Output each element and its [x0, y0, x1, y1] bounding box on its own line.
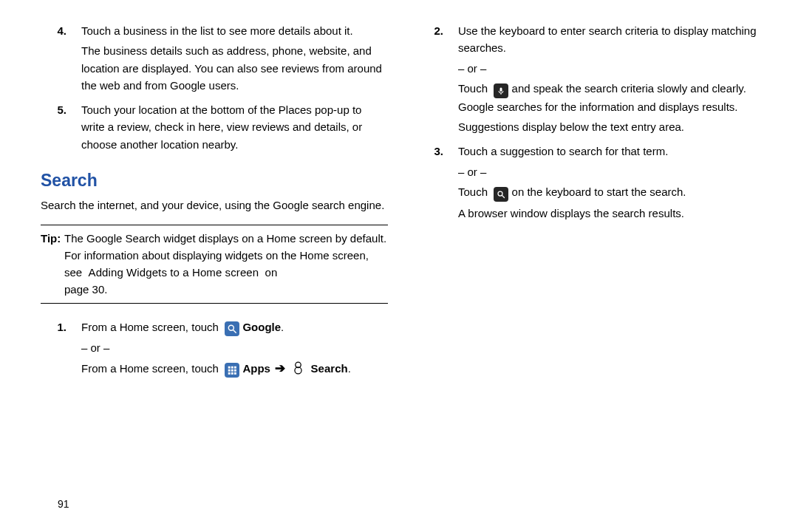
- svg-line-16: [502, 195, 505, 197]
- paragraph: Suggestions display below the text entry…: [458, 118, 765, 135]
- paragraph: Touch on the keyboard to start the searc…: [458, 183, 765, 202]
- item-body: Touch a business in the list to see more…: [81, 22, 388, 97]
- list-item-1: 1. From a Home screen, touch Google. – o…: [41, 318, 388, 382]
- label-google: Google: [242, 321, 281, 333]
- page-number: 91: [58, 498, 69, 510]
- tip-label: Tip:: [41, 230, 64, 299]
- or-divider: – or –: [458, 163, 765, 180]
- svg-rect-3: [231, 366, 233, 369]
- left-column: 4. Touch a business in the list to see m…: [41, 22, 388, 386]
- apps-grid-icon: [225, 363, 239, 378]
- search-key-icon: [494, 187, 508, 202]
- google-search-icon: [225, 321, 239, 336]
- item-index: 5.: [41, 101, 81, 156]
- paragraph: Use the keyboard to enter search criteri…: [458, 22, 765, 57]
- text-fragment: From a Home screen, touch: [81, 362, 219, 375]
- tip-on: on: [265, 266, 278, 279]
- item-body: From a Home screen, touch Google. – or –…: [81, 318, 388, 382]
- manual-page: 4. Touch a business in the list to see m…: [0, 0, 798, 532]
- item-body: Touch a suggestion to search for that te…: [458, 143, 765, 225]
- svg-rect-13: [500, 87, 502, 92]
- section-heading-search: Search: [41, 168, 388, 194]
- or-divider: – or –: [81, 339, 388, 356]
- text-fragment: on the keyboard to start the search.: [512, 185, 686, 198]
- svg-line-1: [233, 330, 236, 332]
- text-fragment: Touch: [458, 82, 488, 95]
- item-index: 2.: [417, 22, 458, 138]
- svg-rect-7: [234, 369, 236, 372]
- text-fragment: From a Home screen, touch: [81, 321, 219, 333]
- or-divider: – or –: [458, 60, 765, 77]
- item-body: Touch your location at the bottom of the…: [81, 101, 388, 156]
- svg-rect-10: [234, 372, 236, 375]
- list-item-2: 2. Use the keyboard to enter search crit…: [417, 22, 765, 138]
- paragraph: Touch a business in the list to see more…: [81, 22, 388, 39]
- label-apps: Apps: [242, 362, 270, 375]
- svg-rect-4: [234, 366, 236, 369]
- list-item-4: 4. Touch a business in the list to see m…: [41, 22, 388, 97]
- microphone-icon: [494, 83, 508, 98]
- svg-rect-9: [231, 372, 233, 375]
- item-body: Use the keyboard to enter search criteri…: [458, 22, 765, 138]
- svg-rect-6: [231, 369, 233, 372]
- paragraph: Touch a suggestion to search for that te…: [458, 143, 765, 160]
- svg-rect-8: [228, 372, 231, 375]
- item-index: 1.: [41, 318, 81, 382]
- step-line: From a Home screen, touch Apps ➔ Search.: [81, 359, 388, 378]
- list-item-5: 5. Touch your location at the bottom of …: [41, 101, 388, 156]
- tip-block: Tip: The Google Search widget displays o…: [41, 225, 388, 304]
- item-index: 3.: [417, 143, 458, 225]
- tip-body: The Google Search widget displays on a H…: [64, 230, 388, 299]
- label-search: Search: [311, 362, 348, 375]
- text-fragment: Touch: [458, 185, 488, 198]
- section-intro: Search the internet, and your device, us…: [41, 197, 388, 214]
- punctuation: .: [348, 362, 351, 375]
- svg-rect-5: [228, 369, 231, 372]
- paragraph: The business details such as address, ph…: [81, 42, 388, 94]
- search-app-icon: [293, 361, 307, 375]
- step-line: From a Home screen, touch Google.: [81, 318, 388, 336]
- arrow-right-icon: ➔: [273, 361, 287, 375]
- svg-rect-2: [228, 366, 231, 369]
- paragraph: Touch your location at the bottom of the…: [81, 101, 388, 153]
- item-index: 4.: [41, 22, 81, 97]
- list-item-3: 3. Touch a suggestion to search for that…: [417, 143, 765, 225]
- paragraph: Touch and speak the search criteria slow…: [458, 80, 765, 115]
- tip-reference-link[interactable]: Adding Widgets to a Home screen: [89, 266, 259, 279]
- right-column: 2. Use the keyboard to enter search crit…: [417, 22, 765, 386]
- two-column-layout: 4. Touch a business in the list to see m…: [41, 22, 768, 386]
- paragraph: A browser window displays the search res…: [458, 205, 765, 222]
- punctuation: .: [281, 321, 284, 333]
- tip-page: page 30.: [64, 283, 107, 296]
